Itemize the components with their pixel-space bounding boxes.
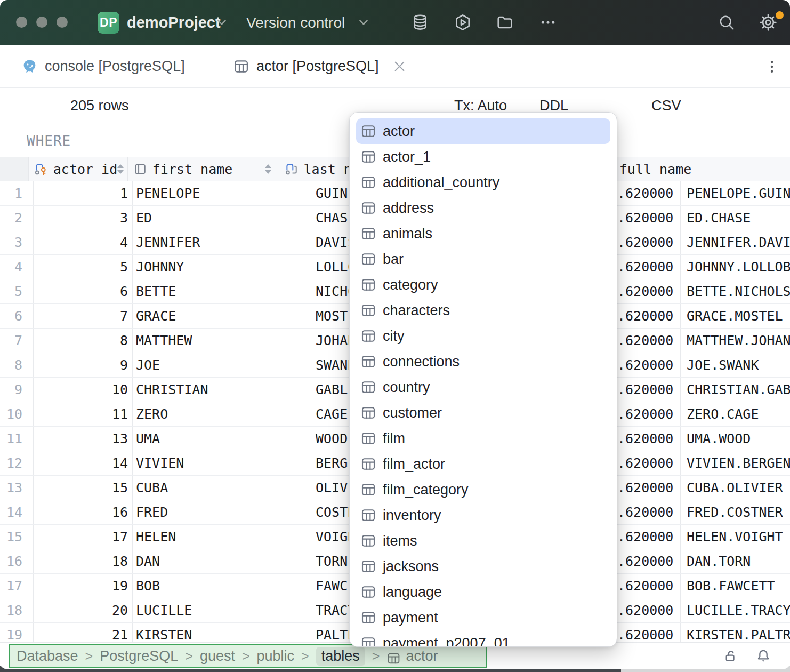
cell-first-name[interactable]: PENELOPE [133, 181, 310, 205]
search-icon[interactable] [717, 13, 736, 32]
popup-table-item[interactable]: film_actor [356, 451, 610, 477]
popup-table-item[interactable]: jacksons [356, 554, 610, 579]
bell-icon[interactable] [755, 647, 772, 665]
cell-full-name[interactable]: FRED.COSTNER [681, 500, 790, 524]
cell-actor-id[interactable]: 17 [34, 525, 133, 549]
lock-open-icon[interactable] [723, 647, 740, 665]
cell-full-name[interactable]: HELEN.VOIGHT [681, 525, 790, 549]
row-count-dropdown[interactable]: 205 rows [70, 88, 129, 124]
window-minimize-button[interactable] [36, 17, 47, 28]
cell-full-name[interactable]: BOB.FAWCETT [681, 574, 790, 598]
popup-table-item[interactable]: items [356, 528, 610, 554]
export-format-dropdown[interactable]: CSV [651, 88, 681, 124]
cell-first-name[interactable]: MATTHEW [133, 329, 310, 353]
cell-actor-id[interactable]: 11 [34, 402, 133, 426]
cell-first-name[interactable]: BOB [133, 574, 310, 598]
breadcrumb-item-postgresql[interactable]: PostgreSQL [100, 648, 178, 665]
project-name-menu[interactable]: demoProject [127, 0, 221, 45]
cell-full-name[interactable]: JOE.SWANK [681, 353, 790, 377]
popup-table-item[interactable]: city [356, 323, 610, 349]
cell-full-name[interactable]: UMA.WOOD [681, 427, 790, 451]
cell-full-name[interactable]: JENNIFER.DAVIS [681, 230, 790, 254]
cell-full-name[interactable]: CUBA.OLIVIER [681, 476, 790, 500]
cell-first-name[interactable]: LUCILLE [133, 598, 310, 622]
column-header-full-name[interactable]: full_name [595, 157, 790, 181]
popup-table-item[interactable]: customer [356, 400, 610, 426]
popup-table-item[interactable]: address [356, 195, 610, 221]
breadcrumb-item-actor[interactable]: actor [406, 648, 438, 665]
window-zoom-button[interactable] [57, 17, 68, 28]
cell-full-name[interactable]: ZERO.CAGE [681, 402, 790, 426]
cell-first-name[interactable]: UMA [133, 427, 310, 451]
close-icon[interactable] [391, 58, 408, 75]
more-vertical-icon[interactable] [763, 58, 780, 75]
cell-first-name[interactable]: KIRSTEN [133, 623, 310, 642]
cell-full-name[interactable]: DAN.TORN [681, 549, 790, 573]
cell-actor-id[interactable]: 10 [34, 378, 133, 402]
popup-table-item[interactable]: language [356, 579, 610, 605]
cell-actor-id[interactable]: 7 [34, 304, 133, 328]
popup-table-item[interactable]: additional_country [356, 170, 610, 195]
run-icon[interactable] [453, 13, 472, 32]
cell-actor-id[interactable]: 20 [34, 598, 133, 622]
cell-full-name[interactable]: ED.CHASE [681, 206, 790, 230]
cell-first-name[interactable]: JOE [133, 353, 310, 377]
popup-table-item[interactable]: payment [356, 605, 610, 630]
cell-full-name[interactable]: PENELOPE.GUINESS [681, 181, 790, 205]
cell-actor-id[interactable]: 8 [34, 329, 133, 353]
cell-actor-id[interactable]: 19 [34, 574, 133, 598]
window-close-button[interactable] [16, 17, 27, 28]
tab-console-postgresql[interactable]: console [PostgreSQL] [21, 45, 185, 87]
cell-first-name[interactable]: DAN [133, 549, 310, 573]
popup-table-item[interactable]: characters [356, 298, 610, 323]
version-control-menu[interactable]: Version control [246, 0, 345, 45]
cell-actor-id[interactable]: 15 [34, 476, 133, 500]
more-icon[interactable] [538, 13, 558, 32]
cell-first-name[interactable]: ZERO [133, 402, 310, 426]
cell-actor-id[interactable]: 9 [34, 353, 133, 377]
popup-table-item[interactable]: inventory [356, 502, 610, 528]
popup-table-item[interactable]: actor [356, 118, 610, 144]
popup-table-item[interactable]: actor_1 [356, 144, 610, 170]
cell-first-name[interactable]: VIVIEN [133, 451, 310, 475]
cell-actor-id[interactable]: 3 [34, 206, 133, 230]
cell-full-name[interactable]: JOHNNY.LOLLOBRIGIDA [681, 255, 790, 279]
breadcrumb-item-database[interactable]: Database [17, 648, 78, 665]
popup-table-item[interactable]: payment_p2007_01 [356, 630, 610, 647]
cell-first-name[interactable]: JENNIFER [133, 230, 310, 254]
where-filter-input[interactable]: WHERE [27, 124, 71, 157]
cell-first-name[interactable]: GRACE [133, 304, 310, 328]
cell-first-name[interactable]: BETTE [133, 279, 310, 303]
popup-table-item[interactable]: connections [356, 349, 610, 374]
breadcrumb-item-guest[interactable]: guest [200, 648, 235, 665]
cell-full-name[interactable]: CHRISTIAN.GABLE [681, 378, 790, 402]
grid-corner-cell[interactable] [0, 157, 29, 181]
folder-icon[interactable] [495, 13, 514, 32]
cell-actor-id[interactable]: 18 [34, 549, 133, 573]
breadcrumb-item-tables[interactable]: tables [316, 647, 365, 666]
cell-first-name[interactable]: FRED [133, 500, 310, 524]
cell-actor-id[interactable]: 4 [34, 230, 133, 254]
popup-table-item[interactable]: bar [356, 246, 610, 272]
sort-icon[interactable] [265, 164, 271, 174]
project-badge[interactable]: DP [98, 12, 119, 34]
cell-first-name[interactable]: CUBA [133, 476, 310, 500]
cell-first-name[interactable]: CHRISTIAN [133, 378, 310, 402]
cell-actor-id[interactable]: 16 [34, 500, 133, 524]
popup-table-item[interactable]: category [356, 272, 610, 298]
sort-icon[interactable] [117, 164, 124, 174]
cell-full-name[interactable]: BETTE.NICHOLSON [681, 279, 790, 303]
popup-table-item[interactable]: country [356, 374, 610, 400]
cell-actor-id[interactable]: 21 [34, 623, 133, 642]
cell-full-name[interactable]: LUCILLE.TRACY [681, 598, 790, 622]
cell-full-name[interactable]: KIRSTEN.PALTROW [681, 623, 790, 642]
cell-actor-id[interactable]: 6 [34, 279, 133, 303]
cell-first-name[interactable]: HELEN [133, 525, 310, 549]
popup-table-item[interactable]: animals [356, 221, 610, 246]
popup-table-item[interactable]: film [356, 426, 610, 451]
database-icon[interactable] [410, 13, 430, 32]
tab-actor-postgresql[interactable]: actor [PostgreSQL] [233, 45, 408, 87]
cell-actor-id[interactable]: 5 [34, 255, 133, 279]
cell-first-name[interactable]: ED [133, 206, 310, 230]
cell-actor-id[interactable]: 1 [34, 181, 133, 205]
